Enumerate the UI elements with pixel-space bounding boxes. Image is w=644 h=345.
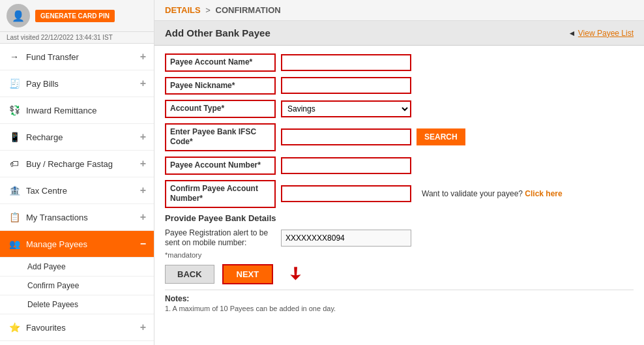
view-payee-label: View Payee List [578,29,634,38]
sidebar-item-tax-centre[interactable]: 🏦 Tax Centre + [0,177,154,204]
confirm-account-number-row: Confirm Payee Account Number* Want to va… [165,180,634,208]
notes-section: Notes: 1. A maximum of 10 Payees can be … [165,290,634,312]
sidebar-item-buy-recharge-fastag[interactable]: 🏷 Buy / Recharge Fastag + [0,151,154,177]
plus-icon: + [140,185,146,196]
mobile-number-row: Payee Registration alert to be sent on m… [165,228,634,248]
ifsc-code-label: Enter Payee Bank IFSC Code* [165,123,276,151]
sidebar-item-manage-payees[interactable]: 👥 Manage Payees − [0,231,154,258]
payee-nickname-label: Payee Nickname* [165,77,276,95]
mandatory-note: *mandatory [165,251,634,259]
sidebar-item-receive-funds[interactable]: 💰 Receive Funds + [0,341,154,345]
account-type-label: Account Type* [165,100,276,118]
sidebar-header: 👤 GENERATE CARD PIN [0,0,154,32]
plus-icon: + [140,51,146,63]
sidebar-sub-item-confirm-payee[interactable]: Confirm Payee [0,277,154,295]
form-header: Add Other Bank Payee ◄ View Payee List [154,21,644,46]
sidebar-item-label: Favourites [26,323,135,333]
sidebar: 👤 GENERATE CARD PIN Last visited 22/12/2… [0,0,154,345]
payee-account-name-row: Payee Account Name* [165,53,634,72]
action-row: BACK NEXT ➘ [165,264,634,284]
sidebar-item-label: Manage Payees [26,239,135,249]
notes-text: 1. A maximum of 10 Payees can be added i… [165,305,634,312]
minus-icon: − [140,238,146,250]
validate-click-here-link[interactable]: Click here [525,189,562,198]
account-type-select[interactable]: Savings Current Other [281,100,411,117]
sidebar-sub-item-add-payee[interactable]: Add Payee [0,258,154,277]
sidebar-item-label: Pay Bills [26,79,135,89]
mobile-number-input[interactable] [281,230,411,247]
plus-icon: + [140,78,146,89]
validate-text: Want to validate your payee? Click here [422,189,563,198]
sidebar-item-fund-transfer[interactable]: → Fund Transfer + [0,44,154,70]
plus-icon: + [140,131,146,143]
payee-account-number-row: Payee Account Number* [165,157,634,175]
provide-bank-details-title: Provide Payee Bank Details [165,213,634,223]
confirm-account-number-input[interactable] [281,185,411,202]
account-type-row: Account Type* Savings Current Other [165,100,634,118]
plus-icon: + [140,211,146,223]
plus-icon: + [140,158,146,170]
sidebar-item-label: Tax Centre [26,186,135,196]
main-content: DETAILS > CONFIRMATION Add Other Bank Pa… [154,0,644,345]
payee-nickname-row: Payee Nickname* [165,77,634,95]
payee-account-number-input[interactable] [281,157,411,174]
form-body: Payee Account Name* Payee Nickname* Acco… [154,46,644,345]
sidebar-item-label: Buy / Recharge Fastag [26,159,135,169]
ifsc-code-input[interactable] [281,128,411,145]
transactions-icon: 📋 [8,211,21,224]
payee-nickname-input[interactable] [281,77,411,94]
next-button[interactable]: NEXT [222,264,274,284]
last-visited-text: Last visited 22/12/2022 13:44:31 IST [0,32,154,44]
payee-account-name-label: Payee Account Name* [165,53,276,72]
tax-icon: 🏦 [8,184,21,197]
arrow-icon: ➘ [282,263,308,285]
sidebar-item-recharge[interactable]: 📱 Recharge + [0,124,154,151]
back-button[interactable]: BACK [165,265,214,284]
sidebar-item-label: My Transactions [26,213,135,222]
favourites-icon: ⭐ [8,321,21,334]
pay-bills-icon: 🧾 [8,77,21,90]
sidebar-item-inward-remittance[interactable]: 💱 Inward Remittance [0,97,154,124]
search-button[interactable]: SEARCH [417,128,465,145]
sidebar-item-label: Recharge [26,132,135,142]
notes-title: Notes: [165,294,634,303]
plus-icon: + [140,322,146,333]
sidebar-item-favourites[interactable]: ⭐ Favourites + [0,314,154,341]
view-payee-list-link[interactable]: ◄ View Payee List [568,29,634,38]
breadcrumb: DETAILS > CONFIRMATION [154,0,644,21]
validate-prompt: Want to validate your payee? [422,189,523,198]
sidebar-item-pay-bills[interactable]: 🧾 Pay Bills + [0,70,154,97]
fund-transfer-icon: → [8,50,21,63]
sidebar-menu: → Fund Transfer + 🧾 Pay Bills + 💱 Inward… [0,44,154,345]
mobile-number-label: Payee Registration alert to be sent on m… [165,228,276,248]
payee-account-number-label: Payee Account Number* [165,157,276,175]
sidebar-item-my-transactions[interactable]: 📋 My Transactions + [0,204,154,231]
fastag-icon: 🏷 [8,157,21,170]
confirm-account-number-label: Confirm Payee Account Number* [165,180,276,208]
breadcrumb-details: DETAILS [165,5,201,15]
inward-remittance-icon: 💱 [8,104,21,117]
ifsc-code-row: Enter Payee Bank IFSC Code* SEARCH [165,123,634,151]
sidebar-sub-item-delete-payees[interactable]: Delete Payees [0,295,154,314]
manage-payees-icon: 👥 [8,237,21,250]
generate-card-pin-button[interactable]: GENERATE CARD PIN [35,10,115,22]
sidebar-item-label: Inward Remittance [26,106,146,115]
avatar: 👤 [7,4,30,27]
breadcrumb-separator: > [205,5,212,15]
sidebar-item-label: Fund Transfer [26,52,135,62]
recharge-icon: 📱 [8,130,21,143]
payee-account-name-input[interactable] [281,54,411,71]
form-title: Add Other Bank Payee [165,27,271,38]
breadcrumb-confirmation: CONFIRMATION [216,5,281,15]
